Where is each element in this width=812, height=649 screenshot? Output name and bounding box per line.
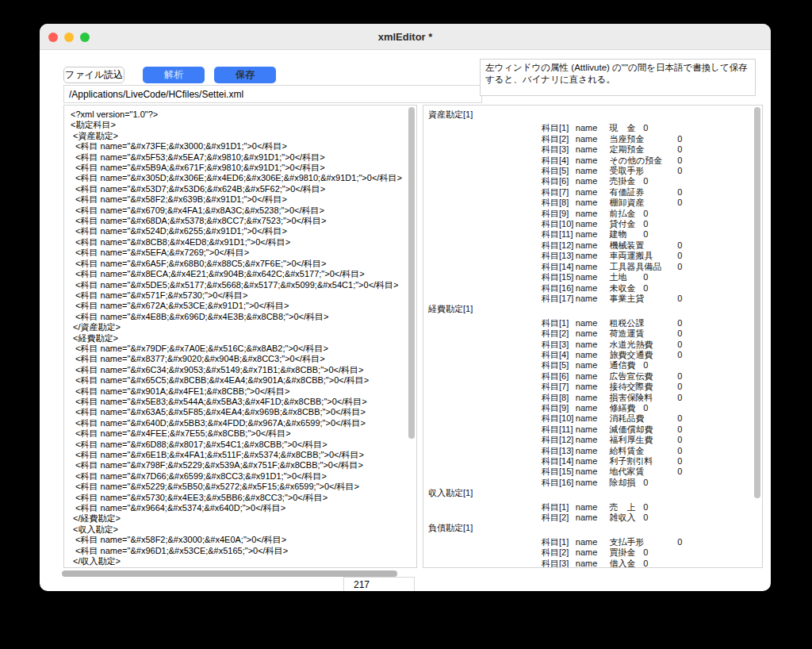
xml-line: <科目 name="&#x571F;&#x5730;">0</科目> — [71, 290, 416, 301]
parsed-item-row: 科目[4] name その他の預金 0 — [428, 156, 762, 166]
xml-line: <科目 name="&#x8ECA;&#x4E21;&#x904B;&#x642… — [71, 269, 416, 279]
xml-line: <科目 name="&#x6709;&#x4FA1;&#x8A3C;&#x523… — [71, 205, 416, 216]
parsed-item-row: 科目[6] name 広告宣伝費 0 — [428, 371, 762, 382]
parsed-item-row: 科目[16] name 未収金 0 — [428, 283, 762, 294]
xml-vertical-scrollbar[interactable] — [408, 107, 415, 439]
section-header: 資産勘定[1] — [428, 109, 762, 120]
parsed-item-row: 科目[11] name 建物 0 — [428, 229, 762, 240]
xml-line: <科目 name="&#x6C34;&#x9053;&#x5149;&#x71B… — [71, 365, 416, 375]
parsed-item-row: 科目[1] name 租税公課 0 — [428, 318, 762, 328]
parsed-item-row: 科目[14] name 利子割引料 0 — [428, 456, 762, 467]
xml-line: <科目 name="&#x6D88;&#x8017;&#x54C1;&#x8CB… — [71, 440, 416, 450]
xml-line: <科目 name="&#x68DA;&#x5378;&#x8CC7;&#x752… — [71, 216, 416, 226]
xml-line: <科目 name="&#x63A5;&#x5F85;&#x4EA4;&#x969… — [71, 407, 416, 417]
parsed-item-row: 科目[9] name 前払金 0 — [428, 209, 762, 219]
xml-line: <科目 name="&#x5B9A;&#x671F;&#x9810;&#x91D… — [71, 163, 416, 173]
parsed-item-row: 科目[5] name 受取手形 0 — [428, 166, 762, 176]
parsed-item-row: 科目[13] name 車両運搬具 0 — [428, 251, 762, 261]
xml-line: <科目 name="&#x6A5F;&#x68B0;&#x88C5;&#x7F6… — [71, 259, 416, 269]
xml-line: <科目 name="&#x524D;&#x6255;&#x91D1;">0</科… — [71, 226, 416, 236]
parsed-output-content: 資産勘定[1]科目[1] name 現 金 0科目[2] name 当座預金 0… — [423, 106, 762, 568]
xml-line: <科目 name="&#x58F2;&#x3000;&#x4E0A;">0</科… — [71, 535, 416, 545]
parsed-item-row: 科目[2] name 雑収入 0 — [428, 513, 762, 523]
xml-line: <科目 name="&#x5EFA;&#x7269;">0</科目> — [71, 248, 416, 258]
xml-line: <科目 name="&#x5E83;&#x544A;&#x5BA3;&#x4F1… — [71, 397, 416, 407]
parsed-item-row: 科目[2] name 当座預金 0 — [428, 134, 762, 144]
section-header: 収入勘定[1] — [428, 488, 762, 498]
parsed-item-row: 科目[13] name 給料賃金 0 — [428, 446, 762, 456]
load-file-button[interactable]: ファイル読込 — [63, 67, 124, 83]
xml-line: <科目 name="&#x9664;&#x5374;&#x640D;">0</科… — [71, 503, 416, 513]
parsed-item-row: 科目[1] name 現 金 0 — [428, 123, 762, 133]
file-path-field[interactable] — [63, 85, 482, 103]
parsed-item-row: 科目[12] name 機械装置 0 — [428, 240, 762, 251]
xml-line: <科目 name="&#x6E1B;&#x4FA1;&#x511F;&#x537… — [71, 450, 416, 460]
xml-line: <科目 name="&#x5730;&#x4EE3;&#x5BB6;&#x8CC… — [71, 493, 416, 503]
parsed-item-row: 科目[3] name 水道光熱費 0 — [428, 340, 762, 350]
xml-line: <科目 name="&#x5DE5;&#x5177;&#x5668;&#x517… — [71, 280, 416, 290]
xml-line: <経費勘定> — [71, 333, 416, 344]
xml-line: <科目 name="&#x4E8B;&#x696D;&#x4E3B;&#x8CB… — [71, 312, 416, 322]
parsed-output-field[interactable]: 資産勘定[1]科目[1] name 現 金 0科目[2] name 当座預金 0… — [423, 105, 763, 568]
section-header: 負債勘定[1] — [428, 523, 762, 533]
xml-line: <科目 name="&#x305D;&#x306E;&#x4ED6;&#x306… — [71, 173, 416, 183]
xml-line: <科目 name="&#x7D66;&#x6599;&#x8CC3;&#x91D… — [71, 471, 416, 482]
parsed-item-row: 科目[7] name 接待交際費 0 — [428, 382, 762, 392]
parsed-item-row: 科目[2] name 荷造運賃 0 — [428, 328, 762, 339]
parsed-item-row: 科目[2] name 買掛金 0 — [428, 547, 762, 558]
parsed-item-row: 科目[15] name 地代家賃 0 — [428, 467, 762, 477]
parsed-vertical-scrollbar[interactable] — [754, 107, 760, 498]
xml-line: <科目 name="&#x65C5;&#x8CBB;&#x4EA4;&#x901… — [71, 375, 416, 386]
status-count-field[interactable]: 217 — [343, 577, 415, 591]
xml-line: <科目 name="&#x5F53;&#x5EA7;&#x9810;&#x91D… — [71, 152, 416, 163]
xml-line: <勘定科目> — [71, 120, 416, 130]
xml-line: <科目 name="&#x96D1;&#x53CE;&#x5165;">0</科… — [71, 546, 416, 556]
parsed-item-row: 科目[14] name 工具器具備品 0 — [428, 262, 762, 272]
parsed-item-row: 科目[15] name 土地 0 — [428, 272, 762, 282]
xml-line: <科目 name="&#x901A;&#x4FE1;&#x8CBB;">0</科… — [71, 386, 416, 397]
xml-horizontal-scrollbar[interactable] — [62, 570, 397, 577]
xml-line: <科目 name="&#x73FE;&#x3000;&#x91D1;">0</科… — [71, 141, 416, 152]
xml-line: <科目 name="&#x8CB8;&#x4ED8;&#x91D1;">0</科… — [71, 237, 416, 248]
xml-line: <収入勘定> — [71, 524, 416, 535]
xml-line: <科目 name="&#x798F;&#x5229;&#x539A;&#x751… — [71, 460, 416, 470]
parsed-item-row: 科目[16] name 除却損 0 — [428, 478, 762, 488]
parsed-item-row: 科目[8] name 棚卸資産 0 — [428, 198, 762, 208]
parse-button[interactable]: 解析 — [143, 67, 205, 83]
parsed-item-row: 科目[17] name 事業主貸 0 — [428, 294, 762, 304]
xml-line: <科目 name="&#x4FEE;&#x7E55;&#x8CBB;">0</科… — [71, 428, 416, 439]
xml-line: <科目 name="&#x53D7;&#x53D6;&#x624B;&#x5F6… — [71, 184, 416, 194]
parsed-item-row: 科目[10] name 消耗品費 0 — [428, 413, 762, 424]
parsed-item-row: 科目[6] name 売掛金 0 — [428, 176, 762, 186]
xml-line: <科目 name="&#x672A;&#x53CE;&#x91D1;">0</科… — [71, 301, 416, 311]
title-bar: xmlEditor * — [40, 24, 771, 50]
xml-line: <科目 name="&#x58F2;&#x639B;&#x91D1;">0</科… — [71, 194, 416, 205]
section-header: 経費勘定[1] — [428, 304, 762, 314]
xml-line: </経費勘定> — [71, 513, 416, 524]
window-title: xmlEditor * — [40, 31, 771, 43]
parsed-item-row: 科目[3] name 定期預金 0 — [428, 144, 762, 155]
parsed-item-row: 科目[5] name 通信費 0 — [428, 360, 762, 371]
xml-source-content: <?xml version="1.0"?><勘定科目> <資産勘定> <科目 n… — [64, 106, 416, 566]
xml-source-editor[interactable]: <?xml version="1.0"?><勘定科目> <資産勘定> <科目 n… — [63, 105, 417, 568]
parsed-item-row: 科目[8] name 損害保険料 0 — [428, 393, 762, 403]
save-button[interactable]: 保存 — [214, 67, 276, 83]
xml-line: </収入勘定> — [71, 556, 416, 566]
parsed-item-row: 科目[4] name 旅費交通費 0 — [428, 350, 762, 360]
parsed-item-row: 科目[1] name 支払手形 0 — [428, 537, 762, 547]
parsed-item-row: 科目[7] name 有価証券 0 — [428, 187, 762, 198]
parsed-item-row: 科目[9] name 修繕費 0 — [428, 403, 762, 413]
xml-line: </資産勘定> — [71, 322, 416, 332]
parsed-item-row: 科目[11] name 減価償却費 0 — [428, 424, 762, 435]
xml-line: <科目 name="&#x8377;&#x9020;&#x904B;&#x8CC… — [71, 354, 416, 364]
xml-line: <科目 name="&#x640D;&#x5BB3;&#x4FDD;&#x967… — [71, 418, 416, 428]
app-window: xmlEditor * ファイル読込 解析 保存 左ウィンドウの属性 (Attl… — [40, 24, 771, 591]
parsed-item-row: 科目[12] name 福利厚生費 0 — [428, 435, 762, 445]
parsed-item-row: 科目[1] name 売 上 0 — [428, 502, 762, 513]
xml-line: <科目 name="&#x79DF;&#x7A0E;&#x516C;&#x8AB… — [71, 344, 416, 354]
parsed-item-row: 科目[3] name 借入金 0 — [428, 559, 762, 568]
xml-line: <?xml version="1.0"?> — [71, 109, 416, 120]
instruction-note: 左ウィンドウの属性 (Attlivute) の""の間を日本語で書換して保存する… — [480, 59, 756, 96]
xml-line: <科目 name="&#x5229;&#x5B50;&#x5272;&#x5F1… — [71, 482, 416, 492]
parsed-item-row: 科目[10] name 貸付金 0 — [428, 219, 762, 229]
